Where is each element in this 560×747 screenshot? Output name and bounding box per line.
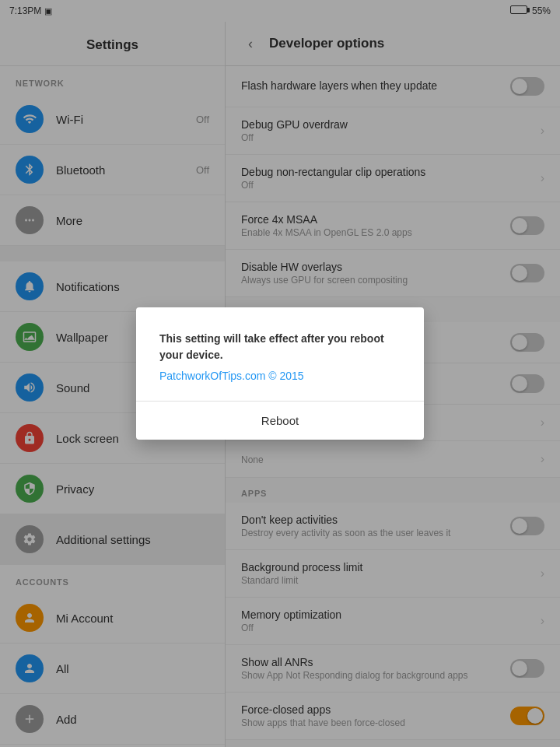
dialog-watermark: PatchworkOfTips.com © 2015 [159, 370, 401, 382]
reboot-button[interactable]: Reboot [136, 402, 424, 440]
dialog-message: This setting will take effect after you … [159, 331, 401, 363]
dialog-overlay: This setting will take effect after you … [0, 0, 560, 747]
dialog: This setting will take effect after you … [136, 307, 424, 440]
